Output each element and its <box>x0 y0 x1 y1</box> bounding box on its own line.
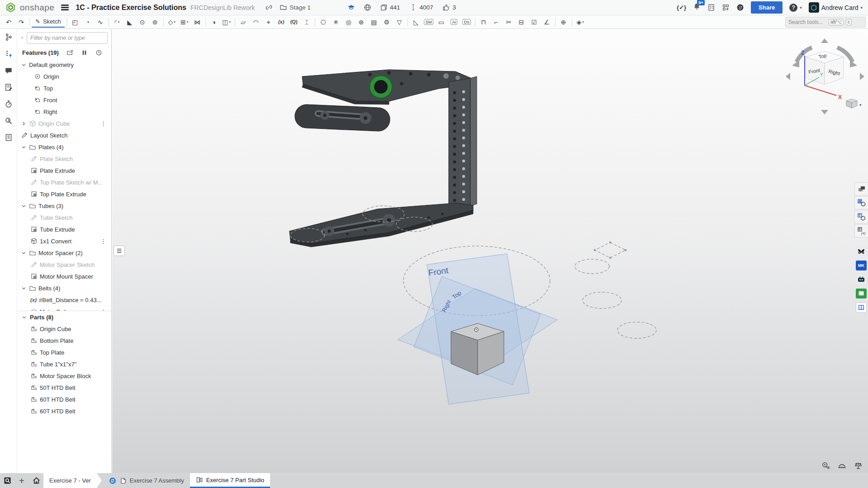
app-store-icon[interactable] <box>722 4 730 11</box>
filter-tool-button[interactable]: ▽ <box>393 16 406 28</box>
feature-item[interactable]: Default geometry <box>17 59 111 71</box>
history-icon[interactable] <box>5 100 13 108</box>
tutorials-icon[interactable] <box>5 133 13 142</box>
part-item[interactable]: Motor Spacer Block <box>17 370 111 382</box>
document-search-button[interactable] <box>0 473 14 488</box>
feature-item[interactable]: Plates (4) <box>17 141 111 153</box>
split-button[interactable]: ◫▾ <box>220 16 233 28</box>
versions-stat[interactable]: 4007 <box>409 4 433 11</box>
helix-button[interactable]: ◠ <box>250 16 262 28</box>
flatten-button[interactable]: ▭ <box>435 16 448 28</box>
fillet-button[interactable]: ◜▾ <box>111 16 123 28</box>
draft-button[interactable]: ◇▾ <box>166 16 178 28</box>
part-item[interactable]: Origin Cube <box>17 323 111 335</box>
sketch-circle[interactable] <box>583 292 621 308</box>
undo-button[interactable]: ↶ <box>2 16 15 28</box>
transform-button[interactable]: ⌖ <box>262 16 275 28</box>
parts-header[interactable]: Parts (8) <box>17 311 111 323</box>
feature-item[interactable]: (x) #Belt_Distance = 0.43... <box>17 294 111 306</box>
enclose-button[interactable]: ⎔ <box>317 16 330 28</box>
app-mk-button[interactable]: MK <box>854 259 868 272</box>
extract-button[interactable]: ⊟ <box>515 16 528 28</box>
help-menu[interactable]: ? ▾ <box>789 4 802 12</box>
home-button[interactable] <box>29 473 43 488</box>
config-variables-button[interactable] <box>854 224 868 237</box>
feature-item[interactable]: Top <box>17 82 111 94</box>
chevron-down-icon[interactable] <box>21 203 27 209</box>
chevron-down-icon[interactable] <box>21 314 27 320</box>
settings-gear-button[interactable]: ⚙ <box>380 16 393 28</box>
app-green-book-button[interactable] <box>854 287 868 300</box>
comments-icon[interactable] <box>5 66 13 75</box>
part-item[interactable]: 50T HTD Belt <box>17 382 111 393</box>
app-robot-button[interactable] <box>854 273 868 286</box>
item-menu-icon[interactable]: ⋮ <box>99 238 108 245</box>
app-butterfly-button[interactable] <box>854 245 868 258</box>
document-menu-icon[interactable] <box>61 5 69 10</box>
split-part-button[interactable]: ✂ <box>503 16 515 28</box>
tab-part-studio[interactable]: Exercise 7 Part Studio <box>190 473 270 488</box>
chevron-down-icon[interactable] <box>21 250 27 256</box>
mirror-button[interactable]: ⋈ <box>191 16 204 28</box>
chamfer-button[interactable]: ◣ <box>123 16 136 28</box>
feature-item[interactable]: Tubes (3) <box>17 200 111 212</box>
variable-button[interactable]: (x) <box>275 16 288 28</box>
sketch-circle[interactable] <box>575 259 609 274</box>
folder-add-icon[interactable] <box>66 49 73 56</box>
mate-connector-button[interactable]: ⊕ <box>557 16 570 28</box>
frame-button[interactable]: ⌶ <box>300 16 313 28</box>
rotate-up-arrow[interactable] <box>821 38 828 43</box>
feature-item[interactable]: Origin <box>17 71 111 82</box>
redo-button[interactable]: ↷ <box>15 16 28 28</box>
bracket-model[interactable] <box>289 70 477 247</box>
ai-tool-button[interactable]: Ai <box>448 16 460 28</box>
sketch-rectangle[interactable] <box>594 242 626 259</box>
rollback-end-icon[interactable] <box>95 49 102 56</box>
tape-measure-icon[interactable] <box>821 461 830 470</box>
appearance-panel-button[interactable] <box>854 182 868 195</box>
belt-button[interactable]: ◎ <box>342 16 355 28</box>
view-cube[interactable]: Top Front Right Z X Y ▾ <box>784 38 866 115</box>
feature-item[interactable]: Plate Sketch <box>17 153 111 165</box>
feature-item[interactable]: Front <box>17 94 111 106</box>
feature-item[interactable]: Layout Sketch <box>17 129 111 141</box>
search-tools-box[interactable]: alt/⌥ c <box>785 17 866 28</box>
notifications-button[interactable]: 9+ <box>693 3 701 12</box>
feature-item[interactable]: Plate Extrude <box>17 165 111 176</box>
design-studio-button[interactable]: Ds <box>460 16 473 28</box>
search-tools-input[interactable] <box>788 19 826 25</box>
link-icon[interactable] <box>265 4 273 11</box>
boolean-button[interactable]: ◑ <box>208 16 220 28</box>
new-tab-button[interactable]: + <box>14 473 29 488</box>
follow-mode-icon[interactable] <box>5 50 13 58</box>
search-icon[interactable] <box>5 117 13 125</box>
item-menu-icon[interactable]: ⋮ <box>99 120 108 127</box>
feature-item[interactable]: Origin Cube ⋮ <box>17 118 111 129</box>
feature-item[interactable]: Top Plate Sketch w/ M... <box>17 176 111 188</box>
edu-badge-icon[interactable] <box>347 4 355 11</box>
tab-version[interactable]: Exercise 7 - Ver <box>43 473 102 488</box>
share-button[interactable]: Share <box>751 1 783 14</box>
gear-generator-button[interactable]: ⊛ <box>355 16 368 28</box>
rollback-handle-button[interactable] <box>114 246 125 256</box>
hole-button[interactable]: ⊙ <box>136 16 149 28</box>
folder-location[interactable]: Stage 1 <box>280 4 311 11</box>
configured-features-button[interactable] <box>854 210 868 223</box>
feature-item[interactable]: Motor Spacer Sketch <box>17 259 111 270</box>
pause-rebuild-icon[interactable] <box>81 49 88 56</box>
chevron-right-icon[interactable] <box>21 121 27 127</box>
chevron-down-icon[interactable] <box>21 285 27 291</box>
feature-item[interactable]: Belts (4) <box>17 282 111 294</box>
feature-item[interactable]: Motor Spacer (2) <box>17 247 111 259</box>
feature-item[interactable]: 1x1 Convert ⋮ <box>17 235 111 247</box>
featurescript-notices-icon[interactable]: {✓} <box>677 4 686 11</box>
rotate-right-arrow[interactable] <box>860 73 864 80</box>
app-blue-book-button[interactable] <box>854 301 868 314</box>
sketch-button[interactable]: ✎ Sketch <box>32 16 65 28</box>
wire-button[interactable]: ∠ <box>541 16 553 28</box>
public-globe-icon[interactable] <box>364 4 371 11</box>
pattern-button[interactable]: ⊞▾ <box>178 16 191 28</box>
release-notes-icon[interactable] <box>5 83 13 91</box>
feature-item[interactable]: Tube Sketch <box>17 212 111 223</box>
feature-item[interactable]: Top Plate Extrude <box>17 188 111 200</box>
